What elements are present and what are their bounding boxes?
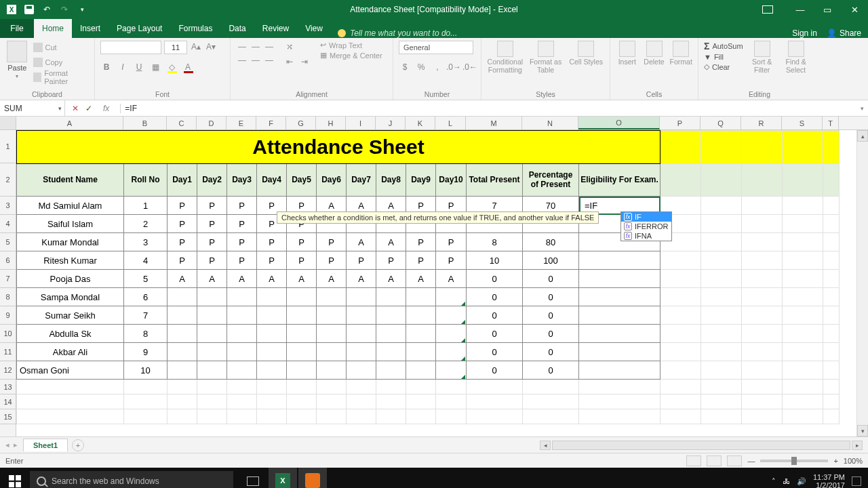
cell[interactable] [167, 306, 197, 325]
cell[interactable] [227, 361, 257, 380]
column-header[interactable]: M [466, 117, 522, 129]
cell[interactable] [347, 343, 376, 361]
cell[interactable] [347, 306, 376, 325]
row-header[interactable]: 14 [0, 394, 16, 409]
formula-autocomplete[interactable]: fxIFfxIFERRORfxIFNA [620, 211, 672, 241]
column-header[interactable]: L [435, 117, 466, 129]
cell[interactable]: P [317, 251, 347, 270]
cell[interactable]: P [197, 215, 227, 233]
cell[interactable]: 7 [124, 306, 167, 325]
autocomplete-item[interactable]: fxIF [621, 212, 671, 222]
cell[interactable]: P [287, 233, 317, 251]
cancel-formula-button[interactable]: ✕ [72, 104, 79, 113]
column-header[interactable]: A [16, 117, 123, 129]
cell[interactable]: Sumar Seikh [17, 306, 124, 325]
increase-font-icon[interactable]: A▴ [190, 41, 202, 53]
cell[interactable] [287, 325, 317, 343]
cell[interactable] [197, 325, 227, 343]
cell[interactable]: P [436, 251, 467, 270]
cell[interactable]: Kumar Mondal [17, 233, 124, 251]
cell[interactable]: P [406, 233, 436, 251]
sheet-nav-next-button[interactable]: ▸ [14, 441, 18, 449]
cell[interactable]: 0 [467, 306, 523, 325]
cell[interactable]: P [406, 251, 436, 270]
cell[interactable] [317, 306, 347, 325]
cell[interactable]: P [197, 233, 227, 251]
column-header[interactable]: Q [701, 117, 741, 129]
cell[interactable]: Md Samiul Alam [17, 197, 124, 215]
cell[interactable] [406, 343, 436, 361]
scroll-up-button[interactable]: ▴ [857, 130, 868, 142]
tray-chevron-icon[interactable]: ˄ [772, 477, 776, 486]
cell[interactable] [579, 361, 660, 380]
alignment-grid[interactable] [236, 41, 275, 66]
expand-formula-bar-button[interactable]: ▾ [856, 105, 868, 112]
cell[interactable]: Pooja Das [17, 270, 124, 288]
cell[interactable]: A [257, 270, 287, 288]
italic-button[interactable]: I [117, 61, 129, 73]
column-header[interactable]: S [782, 117, 823, 129]
row-header[interactable]: 5 [0, 233, 16, 251]
cell[interactable]: 0 [523, 325, 579, 343]
cell[interactable] [317, 361, 347, 380]
cell[interactable]: 0 [523, 361, 579, 380]
cell[interactable]: 4 [124, 251, 167, 270]
autosum-button[interactable]: ΣAutoSum [704, 41, 743, 52]
cell[interactable]: 80 [523, 233, 579, 251]
decrease-indent-button[interactable]: ⇤ [283, 56, 296, 68]
underline-button[interactable]: U [133, 61, 145, 73]
column-header[interactable]: O [578, 117, 660, 129]
cell[interactable] [579, 343, 660, 361]
accounting-format-button[interactable]: $ [399, 61, 411, 73]
column-header[interactable]: T [823, 117, 839, 129]
hscroll-left-button[interactable]: ◂ [540, 441, 551, 450]
column-header[interactable]: J [376, 117, 406, 129]
zoom-level[interactable]: 100% [844, 457, 863, 465]
cell[interactable] [287, 306, 317, 325]
column-header[interactable]: C [167, 117, 197, 129]
cell[interactable]: 10 [467, 251, 523, 270]
orientation-button[interactable]: ⤭ [283, 41, 296, 53]
tab-home[interactable]: Home [34, 19, 72, 38]
cell[interactable] [376, 361, 406, 380]
minimize-button[interactable]: — [787, 0, 814, 19]
cell[interactable]: A [167, 270, 197, 288]
cell[interactable]: P [257, 251, 287, 270]
row-header[interactable]: 15 [0, 409, 16, 424]
sheet-tab-active[interactable]: Sheet1 [23, 439, 68, 451]
cell[interactable]: P [227, 197, 257, 215]
column-header[interactable]: N [522, 117, 578, 129]
cell[interactable] [579, 270, 660, 288]
start-button[interactable] [0, 468, 30, 488]
fill-color-button[interactable]: ◇ [165, 61, 178, 73]
formula-input[interactable]: =IF [121, 100, 856, 116]
cell[interactable]: P [167, 233, 197, 251]
conditional-formatting-button[interactable]: Conditional Formatting [487, 41, 524, 74]
row-header[interactable]: 1 [0, 130, 16, 163]
cell[interactable]: 0 [523, 343, 579, 361]
cell[interactable] [287, 288, 317, 306]
cell[interactable]: P [436, 233, 467, 251]
tab-page-layout[interactable]: Page Layout [108, 19, 170, 38]
row-header[interactable]: 13 [0, 380, 16, 394]
fx-button[interactable]: fx [99, 104, 113, 113]
sort-filter-button[interactable]: Sort & Filter [747, 41, 777, 74]
cell[interactable] [227, 288, 257, 306]
cell[interactable]: P [317, 233, 347, 251]
column-header[interactable]: K [406, 117, 435, 129]
vertical-scrollbar[interactable]: ▴ ▾ [856, 130, 868, 436]
cell[interactable] [287, 361, 317, 380]
sheet-nav-prev-button[interactable]: ◂ [5, 441, 9, 449]
zoom-out-button[interactable]: — [747, 457, 755, 465]
cell[interactable] [167, 325, 197, 343]
column-header[interactable]: G [286, 117, 316, 129]
cell[interactable] [167, 343, 197, 361]
cell[interactable] [197, 343, 227, 361]
row-header[interactable]: 4 [0, 215, 16, 233]
zoom-slider[interactable] [760, 460, 828, 462]
cell[interactable]: A [287, 270, 317, 288]
cell[interactable] [287, 343, 317, 361]
tab-review[interactable]: Review [254, 19, 297, 38]
cells-area[interactable]: Attendance SheetStudent NameRoll NoDay1D… [16, 130, 868, 436]
cell[interactable]: 0 [467, 325, 523, 343]
